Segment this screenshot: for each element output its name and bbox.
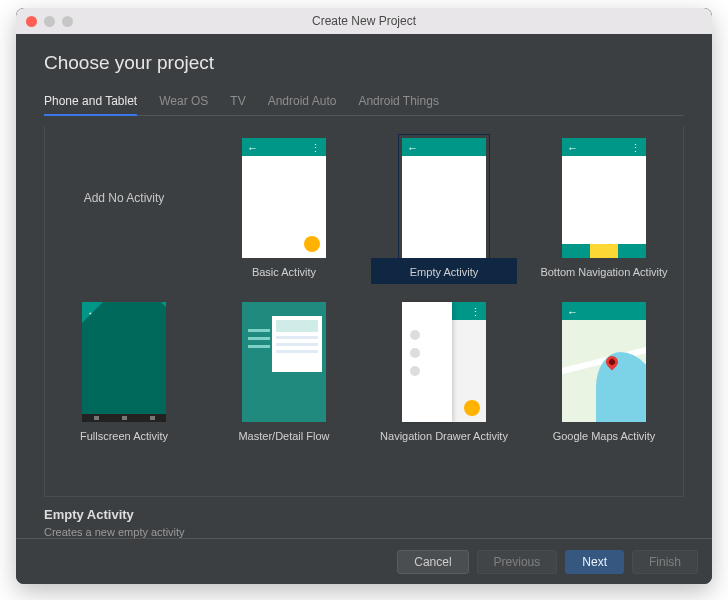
template-caption: Bottom Navigation Activity [540,266,667,278]
template-caption: Empty Activity [410,266,478,278]
fab-icon [464,400,480,416]
detail-title: Empty Activity [44,507,684,522]
back-arrow-icon [247,138,258,156]
back-arrow-icon [567,138,578,156]
template-no-activity[interactable]: Add No Activity [51,132,197,292]
template-nav-drawer[interactable]: Navigation Drawer Activity [371,296,517,456]
dialog-window: Create New Project Choose your project P… [16,8,712,584]
tab-wear-os[interactable]: Wear OS [159,94,208,115]
window-title: Create New Project [16,14,712,28]
template-master-detail[interactable]: Master/Detail Flow [211,296,357,456]
template-caption: Basic Activity [252,266,316,278]
titlebar: Create New Project [16,8,712,34]
template-fullscreen[interactable]: ← Fullscreen Activity [51,296,197,456]
next-button[interactable]: Next [565,550,624,574]
tab-tv[interactable]: TV [230,94,245,115]
template-google-maps[interactable]: Google Maps Activity [531,296,677,456]
back-arrow-icon [567,302,578,320]
tab-phone-tablet[interactable]: Phone and Tablet [44,94,137,116]
template-empty-activity[interactable]: Empty Activity [371,132,517,292]
page-title: Choose your project [44,52,684,74]
template-grid: Add No Activity Basic Activity [44,126,684,497]
template-basic-activity[interactable]: Basic Activity [211,132,357,292]
template-caption [122,266,125,278]
finish-button: Finish [632,550,698,574]
template-caption: Navigation Drawer Activity [380,430,508,442]
cancel-button[interactable]: Cancel [397,550,468,574]
template-detail: Empty Activity Creates a new empty activ… [44,497,684,538]
tab-android-auto[interactable]: Android Auto [268,94,337,115]
overflow-icon [630,138,641,156]
template-caption: Master/Detail Flow [238,430,329,442]
platform-tabs: Phone and Tablet Wear OS TV Android Auto… [44,94,684,116]
template-caption: Fullscreen Activity [80,430,168,442]
overflow-icon [470,302,481,320]
previous-button: Previous [477,550,558,574]
template-bottom-nav[interactable]: Bottom Navigation Activity [531,132,677,292]
detail-description: Creates a new empty activity [44,526,684,538]
no-activity-label: Add No Activity [82,138,166,258]
fab-icon [304,236,320,252]
dialog-footer: Cancel Previous Next Finish [16,538,712,584]
dialog-content: Choose your project Phone and Tablet Wea… [16,34,712,538]
template-caption: Google Maps Activity [553,430,656,442]
tab-android-things[interactable]: Android Things [358,94,439,115]
overflow-icon [310,138,321,156]
back-arrow-icon [407,138,418,156]
